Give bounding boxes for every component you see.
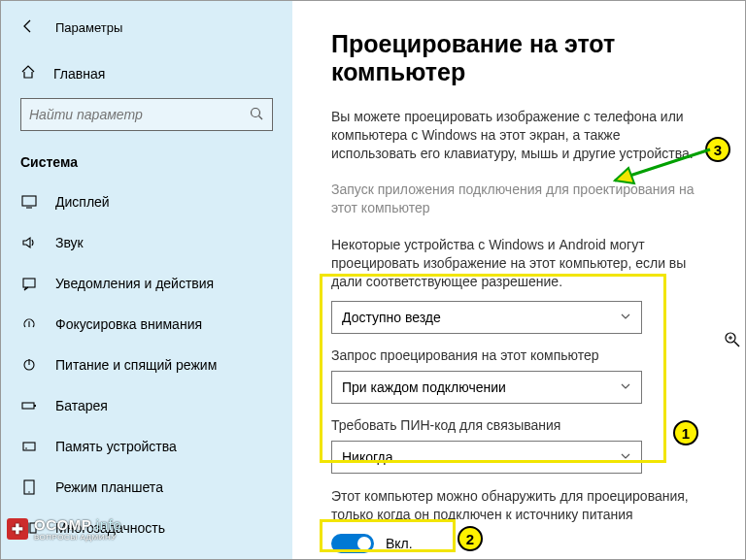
sidebar-item-battery[interactable]: Батарея — [1, 385, 292, 426]
ask-to-project-select[interactable]: При каждом подключении — [331, 371, 642, 404]
watermark-suffix: .info — [91, 516, 121, 533]
notifications-icon — [20, 275, 38, 292]
sidebar-item-label: Звук — [55, 235, 84, 250]
settings-window: Параметры Главная Система Дисплей — [1, 1, 745, 559]
require-pin-label: Требовать ПИН-код для связывания — [331, 417, 706, 433]
permission-note: Некоторые устройства с Windows и Android… — [331, 236, 706, 291]
svg-point-0 — [252, 108, 260, 116]
chevron-down-icon — [620, 379, 631, 395]
sidebar-item-display[interactable]: Дисплей — [1, 181, 292, 222]
chevron-down-icon — [620, 310, 631, 325]
toggle-knob — [357, 537, 371, 550]
ask-to-project-label: Запрос проецирования на этот компьютер — [331, 347, 706, 363]
sidebar-item-storage[interactable]: Память устройства — [1, 426, 292, 467]
search-input[interactable] — [29, 107, 249, 122]
discover-toggle[interactable] — [331, 534, 374, 553]
svg-rect-8 — [22, 403, 34, 409]
watermark: ✚ OCOMP.info ВОПРОСЫ АДМИНУ — [7, 516, 121, 542]
watermark-icon: ✚ — [7, 518, 28, 540]
search-box[interactable] — [20, 98, 273, 131]
main-content: Проецирование на этот компьютер Вы может… — [292, 1, 745, 559]
svg-rect-10 — [23, 443, 35, 450]
sidebar-item-label: Питание и спящий режим — [55, 357, 217, 373]
sidebar: Параметры Главная Система Дисплей — [1, 1, 292, 559]
sidebar-section-title: Система — [1, 145, 292, 181]
svg-rect-2 — [22, 196, 36, 206]
chevron-down-icon — [620, 449, 631, 465]
sidebar-item-label: Память устройства — [55, 439, 177, 454]
display-icon — [20, 193, 38, 211]
window-title: Параметры — [55, 20, 122, 35]
magnifier-icon — [724, 331, 741, 351]
svg-point-11 — [25, 447, 27, 449]
sidebar-item-sound[interactable]: Звук — [1, 222, 292, 263]
tablet-icon — [20, 478, 38, 496]
svg-rect-4 — [23, 279, 35, 287]
sidebar-item-power[interactable]: Питание и спящий режим — [1, 345, 292, 385]
description-text: Вы можете проецировать изображение с тел… — [331, 108, 706, 163]
sidebar-item-focus[interactable]: Фокусировка внимания — [1, 304, 292, 345]
sidebar-item-label: Батарея — [55, 398, 108, 413]
sidebar-item-label: Дисплей — [55, 194, 110, 210]
sidebar-nav: Дисплей Звук Уведомления и действия Фоку… — [1, 181, 292, 548]
availability-value: Доступно везде — [342, 310, 441, 325]
power-icon — [20, 356, 38, 374]
svg-point-13 — [28, 491, 29, 492]
sidebar-item-notifications[interactable]: Уведомления и действия — [1, 263, 292, 304]
svg-line-19 — [734, 342, 739, 346]
watermark-main: OCOMP — [34, 516, 91, 533]
launch-connect-link[interactable]: Запуск приложения подключения для проект… — [331, 181, 706, 217]
discover-toggle-row: Вкл. — [331, 534, 706, 553]
require-pin-value: Никогда — [342, 449, 392, 465]
battery-icon — [20, 397, 38, 414]
toggle-label: Вкл. — [386, 536, 413, 551]
svg-rect-9 — [34, 405, 36, 407]
back-row[interactable]: Параметры — [1, 16, 292, 54]
sidebar-home-label: Главная — [53, 66, 105, 82]
discover-note: Этот компьютер можно обнаружить для прое… — [331, 487, 706, 524]
ask-to-project-value: При каждом подключении — [342, 379, 506, 395]
focus-icon — [20, 315, 38, 333]
sidebar-item-label: Фокусировка внимания — [55, 316, 202, 332]
require-pin-select[interactable]: Никогда — [331, 441, 642, 474]
sound-icon — [20, 234, 38, 251]
page-title: Проецирование на этот компьютер — [331, 30, 706, 86]
sidebar-item-label: Уведомления и действия — [55, 276, 214, 291]
sidebar-item-label: Режим планшета — [55, 479, 163, 495]
back-arrow-icon — [20, 18, 36, 37]
availability-select[interactable]: Доступно везде — [331, 301, 642, 334]
watermark-sub: ВОПРОСЫ АДМИНУ — [34, 533, 121, 542]
sidebar-item-tablet[interactable]: Режим планшета — [1, 467, 292, 508]
sidebar-home[interactable]: Главная — [1, 54, 292, 92]
home-icon — [20, 64, 36, 82]
storage-icon — [20, 438, 38, 455]
svg-line-1 — [259, 115, 263, 119]
search-icon — [249, 106, 264, 124]
